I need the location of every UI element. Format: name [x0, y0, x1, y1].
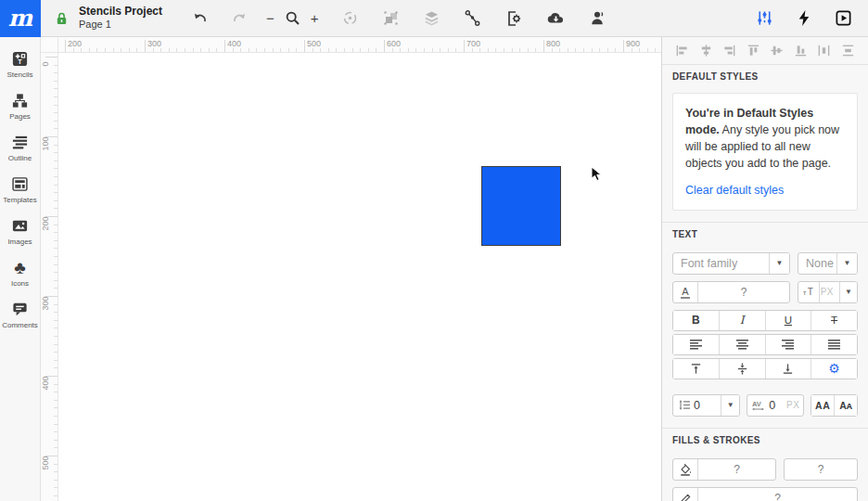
chevron-down-icon[interactable]: ▼	[721, 395, 739, 416]
align-left-icon[interactable]	[673, 42, 691, 59]
line-height-control[interactable]: 0 ▼	[672, 394, 740, 417]
cloud-download-icon[interactable]	[544, 7, 568, 29]
stroke-color-value: ?	[774, 492, 781, 501]
text-align-left-button[interactable]	[673, 335, 719, 354]
bold-label: B	[692, 314, 700, 327]
text-align-center-button[interactable]	[719, 335, 765, 354]
canvas[interactable]: 200300400500600700800900 010020030040050…	[41, 37, 661, 501]
zoom-out-button[interactable]: −	[264, 9, 276, 27]
zoom-in-button[interactable]: +	[309, 9, 321, 27]
text-settings-gear-button[interactable]: ⚙	[811, 359, 857, 379]
italic-label: I	[740, 314, 745, 327]
page-settings-icon[interactable]	[503, 7, 525, 30]
connector-tool-icon[interactable]	[462, 7, 483, 29]
sidebar-item-templates[interactable]: Templates	[0, 171, 40, 212]
gear-icon: ⚙	[828, 362, 840, 375]
vertical-align-bottom-button[interactable]	[765, 359, 811, 379]
fill-color-value: ?	[734, 463, 740, 476]
stroke-color-control[interactable]: ?	[672, 487, 858, 501]
page-name: Page 1	[79, 19, 162, 32]
ruler-corner	[41, 37, 58, 53]
sidebar-label: Pages	[9, 112, 31, 121]
sidebar-item-pages[interactable]: Pages	[0, 87, 40, 129]
fill-opacity-control[interactable]: ?	[784, 458, 858, 481]
sidebar-label: Images	[7, 238, 32, 246]
section-fills-strokes: FILLS & STROKES	[662, 428, 868, 451]
letter-spacing-unit: PX	[786, 400, 799, 410]
blue-rectangle-shape[interactable]	[481, 166, 561, 246]
font-size-unit: PX	[821, 287, 834, 297]
right-panel: DEFAULT STYLES You're in Default Styles …	[661, 37, 868, 501]
layers-icon[interactable]	[421, 7, 442, 29]
letter-spacing-control[interactable]: AV 0 PX	[747, 394, 804, 417]
font-family-select[interactable]: Font family ▼	[672, 252, 790, 275]
font-color-icon[interactable]: A	[673, 282, 697, 302]
filters-sliders-icon[interactable]	[754, 7, 775, 29]
strikethrough-label: T	[831, 315, 837, 326]
font-family-value: Font family	[681, 257, 737, 270]
letter-spacing-icon: AV	[752, 400, 765, 411]
letter-spacing-value: 0	[769, 399, 775, 412]
svg-text:т: т	[803, 289, 807, 297]
redo-button[interactable]	[229, 8, 249, 29]
zoom-tool-icon[interactable]	[283, 8, 302, 28]
distribute-horizontal-icon[interactable]	[815, 42, 833, 59]
app-logo[interactable]: m	[0, 0, 41, 37]
chevron-down-icon[interactable]: ▼	[769, 253, 789, 274]
left-sidebar: T Stencils Pages Outline Templates Image…	[0, 37, 41, 501]
align-bottom-icon[interactable]	[792, 42, 810, 59]
rotate-tool-icon[interactable]	[339, 7, 361, 29]
vertical-align-top-button[interactable]	[673, 359, 719, 379]
align-middle-vertical-icon[interactable]	[768, 42, 785, 59]
font-color-control[interactable]: A ?	[672, 281, 790, 303]
uppercase-label: AA	[815, 400, 830, 411]
clear-default-styles-link[interactable]: Clear default styles	[685, 182, 845, 199]
stencils-icon: T	[11, 50, 29, 68]
strikethrough-button[interactable]: T	[811, 311, 857, 330]
text-align-justify-button[interactable]	[811, 335, 857, 354]
underline-button[interactable]: U	[765, 311, 811, 330]
text-align-right-button[interactable]	[765, 335, 811, 354]
svg-text:T: T	[807, 287, 812, 297]
align-center-horizontal-icon[interactable]	[697, 42, 715, 59]
chevron-down-icon[interactable]: ▼	[836, 253, 857, 274]
distribute-vertical-icon[interactable]	[839, 42, 857, 59]
uppercase-button[interactable]: AA	[811, 395, 834, 416]
sidebar-item-images[interactable]: Images	[0, 212, 40, 254]
sidebar-item-outline[interactable]: Outline	[0, 129, 40, 171]
sidebar-item-comments[interactable]: Comments	[0, 296, 40, 338]
sidebar-label: Stencils	[6, 71, 32, 79]
align-right-icon[interactable]	[721, 42, 738, 59]
sidebar-label: Templates	[3, 196, 36, 204]
group-tool-icon[interactable]	[380, 7, 402, 29]
section-text: TEXT	[662, 222, 868, 245]
pencil-icon[interactable]	[673, 488, 697, 501]
paint-bucket-icon[interactable]	[673, 459, 697, 480]
vertical-align-middle-button[interactable]	[719, 359, 765, 379]
smallcaps-button[interactable]: Aᴀ	[834, 395, 857, 416]
fill-color-control[interactable]: ?	[672, 458, 776, 481]
align-top-icon[interactable]	[745, 42, 762, 59]
lightning-icon[interactable]	[795, 7, 813, 29]
font-style-select[interactable]: None ▼	[798, 252, 858, 275]
underline-label: U	[785, 315, 792, 326]
section-default-styles: DEFAULT STYLES	[662, 64, 868, 87]
undo-button[interactable]	[190, 8, 211, 29]
share-user-icon[interactable]	[587, 7, 608, 29]
outline-icon	[11, 134, 29, 151]
sidebar-item-icons[interactable]: ♣ Icons	[0, 254, 40, 296]
align-toolbar	[662, 37, 868, 64]
italic-button[interactable]: I	[719, 311, 765, 330]
vertical-ruler: 0100200300400500	[41, 53, 58, 501]
fill-opacity-value: ?	[818, 463, 824, 476]
preview-play-icon[interactable]	[833, 7, 854, 29]
sidebar-item-stencils[interactable]: T Stencils	[0, 45, 40, 87]
line-height-value: 0	[694, 399, 700, 412]
line-height-icon	[679, 400, 690, 410]
chevron-down-icon[interactable]: ▼	[839, 282, 857, 302]
font-size-control[interactable]: тT PX ▼	[798, 281, 858, 303]
bold-button[interactable]: B	[673, 311, 719, 330]
project-title-block[interactable]: Stencils Project Page 1	[79, 5, 162, 32]
project-title: Stencils Project	[79, 5, 162, 19]
lock-icon[interactable]	[55, 11, 69, 26]
